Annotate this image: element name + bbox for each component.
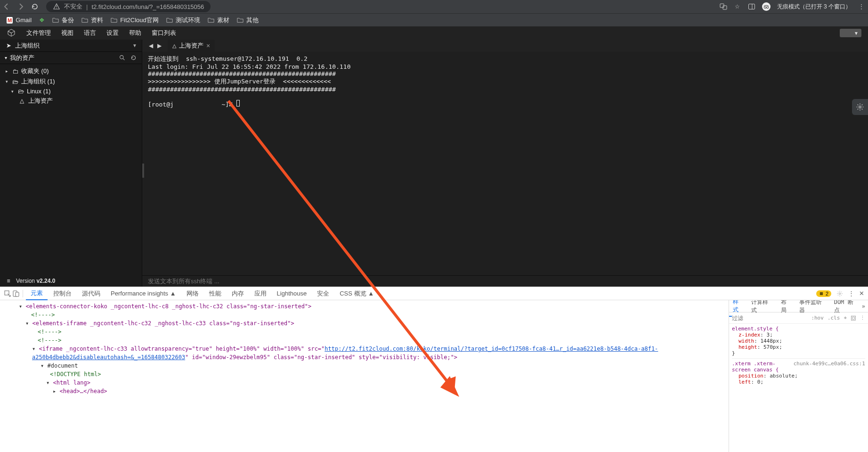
dt-tab-performance[interactable]: 性能 xyxy=(204,288,226,300)
tree-asset[interactable]: △ 上海资产 xyxy=(3,96,142,106)
dom-iframe[interactable]: <iframe _ngcontent-lhc-c33 allowtranspar… xyxy=(32,345,658,361)
close-icon[interactable]: ✕ xyxy=(859,290,864,297)
incognito-avatar[interactable] xyxy=(762,2,771,11)
inspect-icon[interactable] xyxy=(4,290,11,297)
version-label: Version xyxy=(16,278,35,284)
svg-point-10 xyxy=(859,106,861,108)
star-icon[interactable]: ☆ xyxy=(734,3,741,10)
bookmark-label: 测试环境 xyxy=(176,16,200,25)
address-box[interactable]: 不安全 | t2.fit2cloud.com/luna/?_=165848031… xyxy=(46,1,211,12)
dom-doctype: <!DOCTYPE html> xyxy=(50,371,101,378)
dom-comment: <!----> xyxy=(38,329,62,335)
menu-windows[interactable]: 窗口列表 xyxy=(152,29,176,37)
chevron-down-icon[interactable]: ▼ xyxy=(132,43,137,48)
dt-tab-perf-insights[interactable]: Performance insights ▲ xyxy=(106,288,181,299)
close-icon[interactable]: × xyxy=(206,42,210,49)
translate-icon[interactable] xyxy=(720,3,727,10)
incognito-label: 无痕模式（已打开 3 个窗口） xyxy=(777,3,851,11)
cls-button[interactable]: .cls xyxy=(827,315,840,321)
org-header[interactable]: ➤ 上海组织 ▼ xyxy=(0,40,142,52)
terminal-output[interactable]: 开始连接到 ssh-systemuser@172.16.10.191 0.2 L… xyxy=(142,52,868,275)
hov-button[interactable]: :hov xyxy=(811,315,824,321)
css-source[interactable]: chunk-4e99c…e0a06.css:1 xyxy=(794,361,865,367)
bookmark-other[interactable]: 其他 xyxy=(237,16,259,25)
dom-document[interactable]: #document xyxy=(47,362,78,369)
menu-help[interactable]: 帮助 xyxy=(129,29,141,37)
tab-prev-icon[interactable]: ◀ xyxy=(147,42,154,49)
chevron-down-icon: ▾ xyxy=(5,55,7,60)
pane-drag-handle[interactable] xyxy=(142,164,144,178)
bookmark-gmail[interactable]: M Gmail xyxy=(7,16,32,24)
bookmark-backup[interactable]: 备份 xyxy=(52,16,74,25)
layout-overlay-icon[interactable] xyxy=(851,315,856,321)
bookmark-fit2cloud[interactable]: Fit2Cloud官网 xyxy=(111,16,159,25)
green-icon: ❖ xyxy=(39,16,45,24)
forward-icon[interactable] xyxy=(17,3,24,10)
menu-settings[interactable]: 设置 xyxy=(106,29,119,37)
term-line: Last login: Fri Jul 22 16:55:42 2022 fro… xyxy=(148,63,350,70)
version-value: v2.24.0 xyxy=(36,278,55,284)
caret-down-icon: ▾ xyxy=(11,89,15,94)
dt-tab-memory[interactable]: 内存 xyxy=(227,288,249,300)
device-toggle-icon[interactable] xyxy=(12,290,20,297)
devtools-elements-tree[interactable]: ▾ <elements-connector-koko _ngcontent-lh… xyxy=(0,300,729,452)
tab-next-icon[interactable]: ▶ xyxy=(155,42,163,49)
dt-tab-application[interactable]: 应用 xyxy=(250,288,271,300)
bookmark-docs[interactable]: 资料 xyxy=(81,16,103,25)
more-icon[interactable]: ⋮ xyxy=(860,315,865,321)
gear-icon[interactable] xyxy=(836,290,844,297)
assets-header[interactable]: ▾ 我的资产 xyxy=(0,52,142,64)
app-dropdown[interactable]: ▼ xyxy=(840,29,861,37)
tree-favorites[interactable]: ▸ 🗀 收藏夹 (0) xyxy=(3,66,142,76)
refresh-icon[interactable] xyxy=(130,54,137,62)
menu-file[interactable]: 文件管理 xyxy=(26,29,51,37)
menu-view[interactable]: 视图 xyxy=(61,29,73,37)
insecure-icon xyxy=(53,3,60,10)
devtools-styles-panel: 样式 计算样式 布局 事件监听器 DOM 断点 » :hov .cls + ⋮ … xyxy=(729,300,868,452)
more-icon[interactable]: » xyxy=(862,303,868,310)
broadcast-input[interactable]: 发送文本到所有ssh终端 ... xyxy=(142,275,868,287)
issues-badge[interactable]: 2 xyxy=(816,290,831,297)
bookmark-testenv[interactable]: 测试环境 xyxy=(166,16,200,25)
dt-tab-sources[interactable]: 源代码 xyxy=(77,288,105,300)
panel-icon[interactable] xyxy=(748,3,755,10)
folder-icon xyxy=(52,17,59,24)
folder-icon xyxy=(81,17,88,24)
dt-tab-console[interactable]: 控制台 xyxy=(49,288,76,300)
dt-tab-elements[interactable]: 元素 xyxy=(26,287,48,300)
browser-address-bar: 不安全 | t2.fit2cloud.com/luna/?_=165848031… xyxy=(0,0,868,13)
term-line: >>>>>>>>>>>>>>>>> 使用JumpServer登录 <<<<<<<… xyxy=(148,78,331,85)
dom-head[interactable]: <head>…</head> xyxy=(59,388,107,394)
folder-icon xyxy=(237,17,243,24)
dom-html[interactable]: <html lang> xyxy=(53,379,90,386)
dt-tab-lighthouse[interactable]: Lighthouse xyxy=(272,288,312,299)
terminal-tab-bar: ◀ ▶ △ 上海资产 × xyxy=(142,40,868,52)
sidebar: ➤ 上海组织 ▼ ▾ 我的资产 ▸ 🗀 收藏夹 (0) ▾ 🗁 上海组织 xyxy=(0,40,142,287)
terminal-tab[interactable]: △ 上海资产 × xyxy=(168,40,215,52)
back-icon[interactable] xyxy=(3,3,10,10)
dt-tab-security[interactable]: 安全 xyxy=(312,288,334,300)
tree-org[interactable]: ▾ 🗁 上海组织 (1) xyxy=(3,76,142,87)
reload-icon[interactable] xyxy=(31,3,39,10)
more-icon[interactable]: ⋮ xyxy=(848,290,854,297)
settings-float-button[interactable] xyxy=(852,99,868,115)
more-icon[interactable]: ⋮ xyxy=(858,3,865,10)
search-icon[interactable] xyxy=(118,54,126,62)
tree-label: 上海组织 (1) xyxy=(21,77,55,86)
bookmark-item-1[interactable]: ❖ xyxy=(39,16,45,24)
broadcast-placeholder: 发送文本到所有ssh终端 ... xyxy=(148,277,219,286)
dom-node[interactable]: <elements-iframe _ngcontent-lhc-c32 _ngh… xyxy=(32,320,294,327)
styles-filter-input[interactable] xyxy=(732,315,807,321)
dt-tab-network[interactable]: 网络 xyxy=(182,288,203,300)
app-logo[interactable] xyxy=(7,28,16,38)
style-rules[interactable]: element.style { z-index: 3; width: 1448p… xyxy=(729,324,868,452)
menu-lang[interactable]: 语言 xyxy=(84,29,96,37)
add-rule-icon[interactable]: + xyxy=(844,315,847,321)
dt-tab-css-overview[interactable]: CSS 概览 ▲ xyxy=(335,288,379,300)
tree-linux[interactable]: ▾ 🗁 Linux (1) xyxy=(3,87,142,96)
folder-icon xyxy=(166,17,173,24)
caret-down-icon: ▾ xyxy=(6,79,9,84)
bookmark-assets[interactable]: 素材 xyxy=(208,16,229,25)
term-line: ########################################… xyxy=(148,86,336,93)
dom-node[interactable]: <elements-connector-koko _ngcontent-lhc-… xyxy=(25,303,311,310)
